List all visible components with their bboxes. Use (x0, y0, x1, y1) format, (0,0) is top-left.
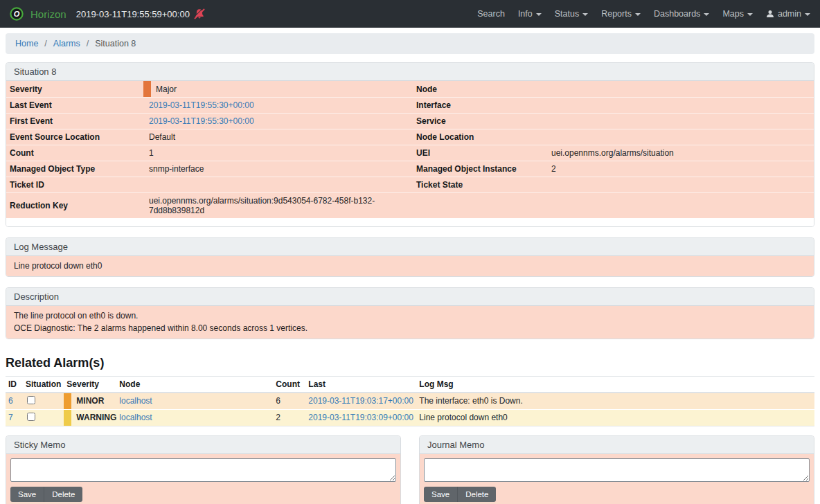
situation-detail-table: Severity Major Node Last Event 2019-03-1… (6, 81, 814, 218)
alarm-logmsg-cell: The interface: eth0 is Down. (416, 393, 814, 410)
description-body: The line protocol on eth0 is down. OCE D… (6, 306, 814, 339)
description-panel: Description The line protocol on eth0 is… (6, 287, 814, 339)
notices-off-bell-slash-icon[interactable] (194, 8, 205, 19)
table-row: Ticket ID Ticket State (6, 177, 814, 193)
field-label: First Event (6, 114, 143, 129)
situation-panel: Situation 8 Severity Major Node Last Eve… (6, 62, 814, 227)
field-value: 1 (143, 145, 413, 161)
situation-checkbox[interactable] (27, 396, 35, 404)
table-row: Last Event 2019-03-11T19:55:30+00:00 Int… (6, 98, 814, 114)
field-label: UEI (413, 145, 546, 161)
journal-memo-buttons: Save Delete (424, 487, 496, 502)
nav-label-status: Status (555, 9, 579, 19)
alarm-situation-cell (23, 409, 64, 426)
nav-label-maps: Maps (722, 9, 744, 19)
alarm-last-cell: 2019-03-11T19:03:09+00:00 (305, 409, 416, 426)
alarm-id-cell: 7 (6, 409, 23, 426)
caret-down-icon (582, 13, 588, 16)
situation-checkbox[interactable] (27, 413, 35, 421)
person-icon (766, 10, 774, 18)
field-label: Reduction Key (6, 193, 143, 219)
field-value (143, 177, 413, 193)
alarm-id-cell: 6 (6, 393, 23, 410)
journal-memo-save-button[interactable]: Save (424, 487, 457, 502)
nav-item-search[interactable]: Search (477, 9, 505, 19)
first-event-link[interactable]: 2019-03-11T19:55:30+00:00 (149, 116, 254, 126)
nav-item-dashboards[interactable]: Dashboards (654, 9, 709, 19)
field-label: Event Source Location (6, 129, 143, 145)
node-link[interactable]: localhost (119, 413, 152, 422)
column-header-severity: Severity (64, 376, 116, 393)
alarm-severity-cell: MINOR (64, 393, 116, 410)
sticky-memo-delete-button[interactable]: Delete (44, 487, 82, 502)
alarm-id-link[interactable]: 7 (8, 413, 13, 422)
alarm-last-cell: 2019-03-11T19:03:17+00:00 (305, 393, 416, 410)
breadcrumb-separator: / (44, 39, 46, 48)
brand-horizon[interactable]: Horizon (30, 8, 66, 20)
nav-item-reports[interactable]: Reports (601, 9, 641, 19)
field-value: 2019-03-11T19:55:30+00:00 (143, 98, 413, 114)
alarm-id-link[interactable]: 6 (8, 396, 13, 406)
table-row: First Event 2019-03-11T19:55:30+00:00 Se… (6, 114, 814, 129)
field-label: Interface (413, 98, 546, 114)
sticky-memo-title: Sticky Memo (6, 436, 400, 454)
nav-item-admin[interactable]: admin (766, 9, 810, 19)
alarm-count-cell: 6 (273, 393, 305, 410)
field-value (546, 98, 814, 114)
column-header-logmsg: Log Msg (416, 376, 814, 393)
last-event-link[interactable]: 2019-03-11T19:03:17+00:00 (308, 396, 413, 406)
node-link[interactable]: localhost (119, 396, 152, 406)
field-label: Last Event (6, 98, 143, 114)
column-header-node: Node (116, 376, 273, 393)
journal-memo-textarea[interactable] (424, 458, 810, 482)
field-value: snmp-interface (143, 161, 413, 177)
severity-value: Major (156, 84, 177, 94)
nav-item-status[interactable]: Status (555, 9, 588, 19)
log-message-title: Log Message (6, 238, 814, 256)
alarm-node-cell: localhost (116, 409, 273, 426)
alarm-row: 7 WARNING localhost 2 2019-03-11T19:03:0… (6, 409, 814, 426)
table-row: Severity Major Node (6, 81, 814, 98)
field-value (546, 177, 814, 193)
alarm-situation-cell (23, 393, 64, 410)
related-alarms-table: ID Situation Severity Node Count Last Lo… (6, 376, 814, 426)
severity-label: WARNING (76, 413, 116, 422)
log-message-panel: Log Message Line protocol down eth0 (6, 237, 814, 277)
table-row: Reduction Key uei.opennms.org/alarms/sit… (6, 193, 814, 219)
sticky-memo-save-button[interactable]: Save (10, 487, 44, 502)
field-value: 2019-03-11T19:55:30+00:00 (143, 114, 413, 129)
breadcrumb: Home / Alarms / Situation 8 (6, 33, 814, 54)
breadcrumb-alarms[interactable]: Alarms (53, 39, 80, 48)
alarm-severity-cell: WARNING (64, 409, 116, 426)
last-event-link[interactable]: 2019-03-11T19:03:09+00:00 (308, 413, 413, 422)
svg-text:O: O (14, 10, 20, 18)
table-header-row: ID Situation Severity Node Count Last Lo… (6, 376, 814, 393)
memo-panels-row: Sticky Memo Save Delete Journal Memo Sav… (6, 435, 814, 504)
alarm-node-cell: localhost (116, 393, 273, 410)
nav-label-info: Info (518, 9, 533, 19)
opennms-logo[interactable]: O (10, 7, 24, 21)
field-label: Count (6, 145, 143, 161)
field-label: Managed Object Instance (413, 161, 546, 177)
field-value (546, 193, 814, 219)
last-event-link[interactable]: 2019-03-11T19:55:30+00:00 (149, 100, 254, 110)
column-header-id: ID (6, 376, 23, 393)
column-header-last: Last (305, 376, 416, 393)
nav-item-info[interactable]: Info (518, 9, 542, 19)
journal-memo-delete-button[interactable]: Delete (457, 487, 496, 502)
navbar-left: O Horizon 2019-03-11T19:55:59+00:00 (10, 7, 205, 21)
alarm-logmsg-cell: Line protocol down eth0 (416, 409, 814, 426)
field-value (546, 81, 814, 98)
breadcrumb-separator: / (87, 39, 89, 48)
caret-down-icon (635, 13, 641, 16)
field-label: Severity (6, 81, 143, 98)
caret-down-icon (747, 13, 753, 16)
journal-memo-panel: Journal Memo Save Delete (419, 435, 814, 504)
breadcrumb-home[interactable]: Home (15, 39, 38, 48)
field-label (413, 193, 546, 219)
nav-item-maps[interactable]: Maps (722, 9, 753, 19)
sticky-memo-textarea[interactable] (10, 458, 396, 482)
column-header-count: Count (273, 376, 305, 393)
severity-label: MINOR (76, 396, 104, 406)
field-label: Ticket State (413, 177, 546, 193)
